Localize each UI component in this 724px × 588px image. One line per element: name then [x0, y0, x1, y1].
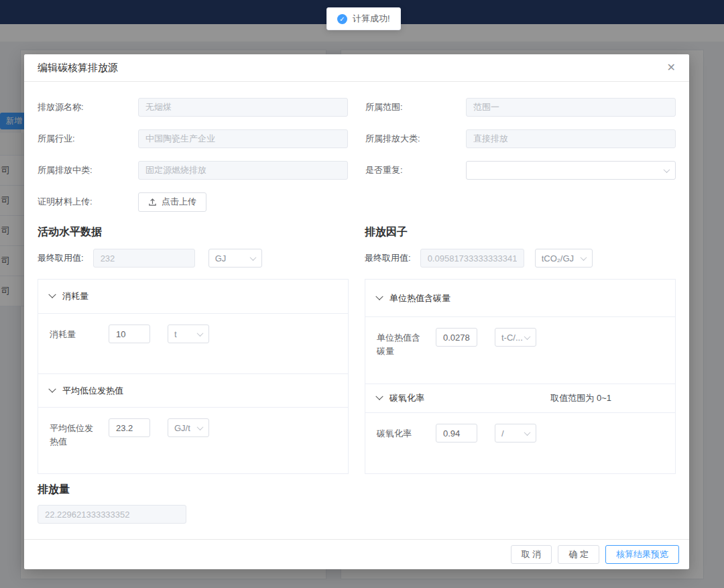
oxidation-rate-row-label: 碳氧化率: [377, 424, 422, 440]
source-name-input: [138, 98, 348, 117]
chevron-down-icon: [524, 429, 531, 436]
heating-value-panel-body: 平均低位发热值 GJ/t: [38, 408, 348, 459]
oxidation-rate-unit-value: /: [501, 428, 504, 438]
factor-final-input: [420, 249, 524, 268]
field-major-category: 所属排放大类:: [365, 129, 676, 148]
source-name-label: 排放源名称:: [38, 101, 138, 113]
upload-label: 证明材料上传:: [38, 196, 138, 208]
chevron-down-icon: [375, 393, 383, 400]
close-icon[interactable]: ✕: [667, 62, 676, 73]
heating-value-panel-title: 平均低位发热值: [62, 385, 123, 397]
heating-value-panel-header[interactable]: 平均低位发热值: [38, 374, 348, 408]
dialog-header: 编辑碳核算排放源 ✕: [24, 54, 689, 82]
activity-final-row: 最终取用值: GJ: [38, 249, 349, 268]
carbon-content-row-label: 单位热值含碳量: [377, 328, 422, 358]
heating-value-panel: 平均低位发热值 平均低位发热值 GJ/t: [38, 374, 349, 474]
consumption-unit-value: t: [174, 329, 177, 339]
oxidation-rate-unit-select[interactable]: /: [495, 424, 536, 443]
confirm-button[interactable]: 确 定: [558, 545, 599, 564]
toast-message: ✓ 计算成功!: [326, 7, 401, 30]
chevron-down-icon: [48, 291, 56, 298]
dialog-footer: 取 消 确 定 核算结果预览: [24, 539, 689, 569]
factor-unit-value: tCO₂/GJ: [542, 253, 574, 263]
factor-final-row: 最终取用值: tCO₂/GJ: [365, 249, 676, 268]
chevron-down-icon: [580, 254, 587, 261]
field-source-name: 排放源名称:: [38, 98, 348, 117]
chevron-down-icon: [48, 385, 56, 392]
upload-button-label: 点击上传: [162, 196, 196, 208]
sections: 活动水平数据 最终取用值: GJ 消耗量 消耗量: [38, 225, 676, 474]
activity-unit-value: GJ: [215, 253, 227, 263]
factor-unit-select[interactable]: tCO₂/GJ: [535, 249, 593, 268]
carbon-content-panel: 单位热值含碳量 单位热值含碳量 t-C/...: [365, 279, 676, 384]
major-category-input: [466, 129, 676, 148]
chevron-down-icon: [524, 333, 531, 340]
activity-unit-select[interactable]: GJ: [208, 249, 262, 268]
heating-value-unit-select[interactable]: GJ/t: [168, 418, 209, 437]
oxidation-rate-panel-header[interactable]: 碳氧化率 取值范围为 0~1: [365, 384, 675, 413]
heating-value-unit-value: GJ/t: [174, 423, 190, 433]
carbon-content-unit-select[interactable]: t-C/...: [495, 328, 536, 347]
form-grid: 排放源名称: 所属范围: 所属行业: 所属排放大类: 所属排放中类: 是否重复:: [38, 98, 676, 211]
factor-final-label: 最终取用值:: [365, 252, 411, 264]
major-category-label: 所属排放大类:: [365, 133, 466, 145]
emission-title: 排放量: [38, 483, 676, 497]
toast-text: 计算成功!: [353, 13, 390, 25]
carbon-content-input[interactable]: [436, 328, 477, 347]
field-duplicate: 是否重复:: [365, 161, 676, 180]
scope-label: 所属范围:: [365, 101, 466, 113]
oxidation-rate-panel-title: 碳氧化率: [389, 392, 424, 404]
heating-value-input[interactable]: [109, 418, 150, 437]
success-check-icon: ✓: [337, 14, 347, 24]
cancel-button[interactable]: 取 消: [511, 545, 552, 564]
oxidation-rate-input[interactable]: [436, 424, 477, 443]
oxidation-rate-panel: 碳氧化率 取值范围为 0~1 碳氧化率 /: [365, 384, 676, 474]
dialog-title: 编辑碳核算排放源: [38, 62, 118, 74]
field-mid-category: 所属排放中类:: [38, 161, 348, 180]
field-scope: 所属范围:: [365, 98, 676, 117]
dialog-body: 排放源名称: 所属范围: 所属行业: 所属排放大类: 所属排放中类: 是否重复:: [24, 82, 689, 524]
edit-emission-source-dialog: 编辑碳核算排放源 ✕ 排放源名称: 所属范围: 所属行业: 所属排放大类: 所属…: [24, 54, 689, 569]
scope-input: [466, 98, 676, 117]
oxidation-rate-panel-body: 碳氧化率 /: [365, 413, 675, 453]
mid-category-label: 所属排放中类:: [38, 164, 138, 176]
consumption-panel-header[interactable]: 消耗量: [38, 280, 348, 314]
activity-final-label: 最终取用值:: [38, 252, 84, 264]
heating-value-row-label: 平均低位发热值: [50, 418, 95, 449]
consumption-panel-body: 消耗量 t: [38, 314, 348, 354]
carbon-content-panel-title: 单位热值含碳量: [389, 292, 450, 304]
mid-category-input: [138, 161, 348, 180]
consumption-input[interactable]: [109, 325, 150, 343]
industry-input: [138, 129, 348, 148]
carbon-content-panel-header[interactable]: 单位热值含碳量: [365, 280, 675, 317]
consumption-panel-title: 消耗量: [62, 290, 88, 302]
spacer: [365, 192, 676, 211]
chevron-down-icon: [249, 254, 256, 261]
oxidation-rate-range-note: 取值范围为 0~1: [550, 392, 664, 404]
consumption-panel: 消耗量 消耗量 t: [38, 279, 349, 374]
field-industry: 所属行业:: [38, 129, 348, 148]
chevron-down-icon: [197, 424, 204, 430]
carbon-content-panel-body: 单位热值含碳量 t-C/...: [365, 317, 675, 369]
preview-result-button[interactable]: 核算结果预览: [605, 545, 679, 564]
chevron-down-icon: [375, 292, 383, 300]
factor-section: 排放因子 最终取用值: tCO₂/GJ 单位热值含碳量 单位热值含碳: [365, 225, 676, 474]
factor-title: 排放因子: [365, 225, 676, 239]
upload-icon: [148, 198, 157, 207]
chevron-down-icon: [664, 166, 670, 173]
activity-final-input: [93, 249, 195, 268]
carbon-content-unit-value: t-C/...: [501, 333, 523, 343]
upload-button[interactable]: 点击上传: [138, 192, 206, 212]
activity-section: 活动水平数据 最终取用值: GJ 消耗量 消耗量: [38, 225, 349, 474]
emission-section: 排放量: [38, 483, 676, 524]
industry-label: 所属行业:: [38, 133, 138, 145]
consumption-row-label: 消耗量: [50, 325, 95, 341]
duplicate-select[interactable]: [466, 161, 676, 180]
field-upload: 证明材料上传: 点击上传: [38, 192, 348, 211]
consumption-unit-select[interactable]: t: [168, 325, 209, 343]
emission-value-input: [38, 505, 186, 524]
activity-title: 活动水平数据: [38, 225, 349, 239]
chevron-down-icon: [197, 330, 204, 337]
duplicate-label: 是否重复:: [365, 164, 466, 176]
